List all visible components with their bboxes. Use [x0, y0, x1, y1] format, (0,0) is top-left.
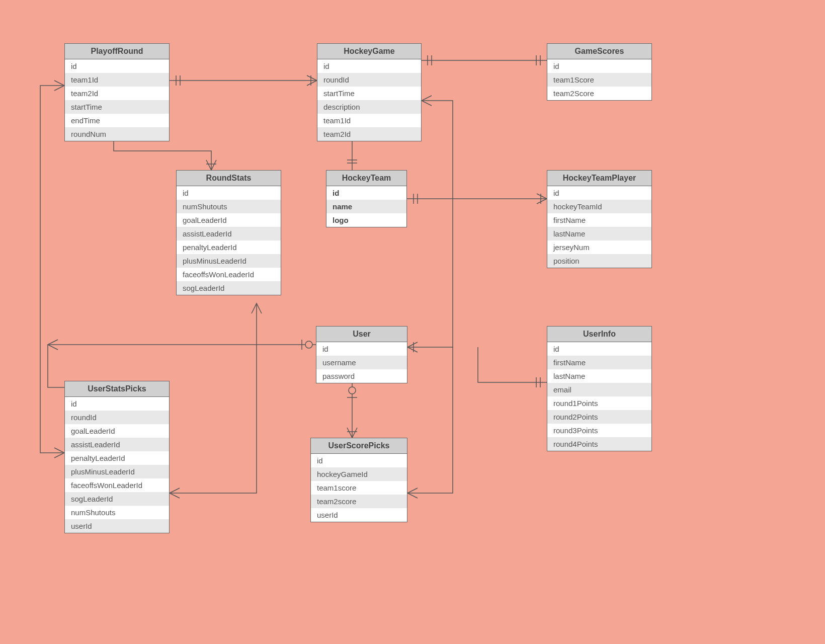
- field: round1Points: [547, 396, 651, 410]
- field: penaltyLeaderId: [65, 451, 169, 465]
- entity-title: UserInfo: [547, 327, 651, 342]
- field: id: [65, 397, 169, 411]
- field: sogLeaderId: [65, 492, 169, 506]
- field: id: [317, 59, 421, 73]
- entity-playoff-round: PlayoffRound id team1Id team2Id startTim…: [64, 43, 170, 141]
- entity-hockey-game: HockeyGame id roundId startTime descript…: [317, 43, 422, 141]
- field: faceoffsWonLeaderId: [177, 268, 281, 281]
- field: id: [547, 186, 651, 200]
- field: hockeyTeamId: [547, 200, 651, 213]
- field: team1Score: [547, 73, 651, 87]
- field: round3Points: [547, 424, 651, 437]
- field: description: [317, 100, 421, 114]
- entity-title: HockeyTeam: [326, 171, 406, 186]
- entity-user-stats-picks: UserStatsPicks id roundId goalLeaderId a…: [64, 381, 170, 533]
- field: password: [316, 369, 407, 383]
- field: roundId: [317, 73, 421, 87]
- field: startTime: [65, 100, 169, 114]
- field: team1Id: [317, 114, 421, 127]
- field: id: [547, 59, 651, 73]
- field: email: [547, 383, 651, 396]
- field: lastName: [547, 227, 651, 240]
- field: position: [547, 254, 651, 268]
- entity-hockey-team-player: HockeyTeamPlayer id hockeyTeamId firstNa…: [547, 170, 652, 268]
- field: id: [65, 59, 169, 73]
- field: assistLeaderId: [65, 438, 169, 451]
- svg-point-20: [305, 341, 312, 348]
- field: logo: [326, 213, 406, 227]
- field: lastName: [547, 369, 651, 383]
- field: name: [326, 200, 406, 213]
- field: startTime: [317, 87, 421, 100]
- field: roundNum: [65, 127, 169, 141]
- entity-user-info: UserInfo id firstName lastName email rou…: [547, 326, 652, 451]
- field: roundId: [65, 411, 169, 424]
- field: penaltyLeaderId: [177, 240, 281, 254]
- field: goalLeaderId: [65, 424, 169, 438]
- entity-title: HockeyTeamPlayer: [547, 171, 651, 186]
- svg-point-23: [349, 387, 356, 394]
- field: team2Id: [317, 127, 421, 141]
- field: team2Score: [547, 87, 651, 100]
- field: firstName: [547, 356, 651, 369]
- field: id: [311, 454, 407, 467]
- field: endTime: [65, 114, 169, 127]
- field: sogLeaderId: [177, 281, 281, 295]
- field: username: [316, 356, 407, 369]
- field: id: [177, 186, 281, 200]
- field: goalLeaderId: [177, 213, 281, 227]
- field: assistLeaderId: [177, 227, 281, 240]
- field: team1score: [311, 481, 407, 495]
- field: id: [547, 342, 651, 356]
- entity-user-score-picks: UserScorePicks id hockeyGameId team1scor…: [310, 438, 407, 522]
- entity-user: User id username password: [316, 326, 407, 383]
- entity-title: GameScores: [547, 44, 651, 59]
- field: team2score: [311, 495, 407, 508]
- entity-title: User: [316, 327, 407, 342]
- field: team1Id: [65, 73, 169, 87]
- field: plusMinusLeaderId: [177, 254, 281, 268]
- field: firstName: [547, 213, 651, 227]
- field: round2Points: [547, 410, 651, 424]
- entity-title: UserStatsPicks: [65, 381, 169, 397]
- entity-round-stats: RoundStats id numShutouts goalLeaderId a…: [176, 170, 281, 295]
- entity-hockey-team: HockeyTeam id name logo: [326, 170, 407, 227]
- field: id: [326, 186, 406, 200]
- field: faceoffsWonLeaderId: [65, 478, 169, 492]
- entity-title: HockeyGame: [317, 44, 421, 59]
- field: round4Points: [547, 437, 651, 451]
- field: jerseyNum: [547, 240, 651, 254]
- entity-title: PlayoffRound: [65, 44, 169, 59]
- entity-game-scores: GameScores id team1Score team2Score: [547, 43, 652, 101]
- field: hockeyGameId: [311, 467, 407, 481]
- entity-title: UserScorePicks: [311, 438, 407, 454]
- field: id: [316, 342, 407, 356]
- field: userId: [311, 508, 407, 522]
- field: plusMinusLeaderId: [65, 465, 169, 478]
- field: numShutouts: [177, 200, 281, 213]
- field: team2Id: [65, 87, 169, 100]
- entity-title: RoundStats: [177, 171, 281, 186]
- field: userId: [65, 519, 169, 533]
- field: numShutouts: [65, 506, 169, 519]
